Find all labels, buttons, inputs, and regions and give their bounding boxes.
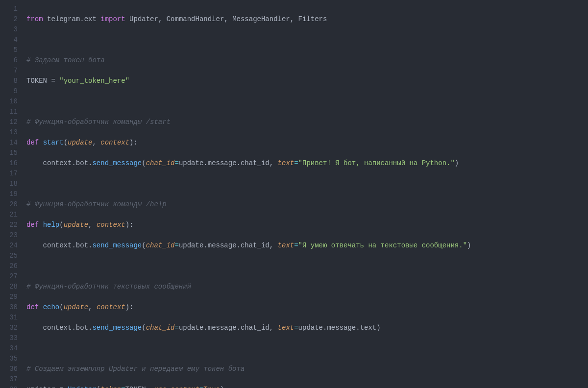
line-number: 3 bbox=[0, 24, 18, 35]
code-line[interactable]: context.bot.send_message(chat_id=update.… bbox=[26, 241, 588, 251]
line-number: 21 bbox=[0, 210, 18, 220]
line-number: 9 bbox=[0, 86, 18, 97]
line-number: 4 bbox=[0, 35, 18, 45]
param: context bbox=[100, 139, 129, 146]
line-number: 18 bbox=[0, 179, 18, 189]
line-number: 19 bbox=[0, 189, 18, 199]
constant-true: True bbox=[203, 386, 220, 388]
code-line[interactable]: # Функция-обработчик команды /help bbox=[26, 199, 588, 210]
line-number: 26 bbox=[0, 261, 18, 271]
code-line[interactable]: # Задаем токен бота bbox=[26, 55, 588, 66]
kwarg-name: use_context bbox=[154, 386, 199, 388]
line-number: 8 bbox=[0, 76, 18, 86]
variable: updater bbox=[26, 386, 55, 388]
line-number: 34 bbox=[0, 343, 18, 354]
line-number: 25 bbox=[0, 251, 18, 261]
line-number: 10 bbox=[0, 97, 18, 107]
line-number: 38 bbox=[0, 385, 18, 388]
param: context bbox=[97, 303, 125, 311]
code-line[interactable]: context.bot.send_message(chat_id=update.… bbox=[26, 323, 588, 333]
line-number: 15 bbox=[0, 148, 18, 158]
kwarg-name: text bbox=[278, 242, 294, 249]
keyword-def: def bbox=[26, 221, 39, 229]
code-line[interactable]: context.bot.send_message(chat_id=update.… bbox=[26, 158, 588, 169]
code-line[interactable] bbox=[26, 179, 588, 189]
code-editor[interactable]: 1234567891011121314151617181920212223242… bbox=[0, 4, 588, 388]
param: update bbox=[64, 303, 88, 311]
code-line[interactable] bbox=[26, 97, 588, 107]
param: update bbox=[68, 139, 92, 146]
line-number: 30 bbox=[0, 302, 18, 313]
comment: # Функция-обработчик текстовых сообщений bbox=[26, 283, 191, 291]
line-number: 32 bbox=[0, 323, 18, 333]
line-number: 31 bbox=[0, 313, 18, 323]
code-line[interactable]: def start(update, context): bbox=[26, 138, 588, 148]
code-line[interactable] bbox=[26, 261, 588, 271]
code-line[interactable]: TOKEN = "your_token_here" bbox=[26, 76, 588, 86]
keyword-from: from bbox=[26, 15, 43, 23]
function-name: help bbox=[43, 221, 60, 229]
line-number: 16 bbox=[0, 158, 18, 169]
line-number: 36 bbox=[0, 364, 18, 374]
method-call: send_message bbox=[92, 159, 142, 167]
param: update bbox=[64, 221, 88, 229]
line-number: 5 bbox=[0, 45, 18, 55]
line-number: 11 bbox=[0, 107, 18, 117]
method-call: send_message bbox=[92, 242, 142, 249]
line-number: 35 bbox=[0, 354, 18, 364]
line-number: 29 bbox=[0, 292, 18, 302]
kwarg-name: chat_id bbox=[146, 159, 175, 167]
code-line[interactable] bbox=[26, 35, 588, 45]
line-number: 17 bbox=[0, 169, 18, 179]
line-number: 37 bbox=[0, 374, 18, 385]
code-line[interactable]: def help(update, context): bbox=[26, 220, 588, 230]
string-literal: "your_token_here" bbox=[59, 77, 129, 85]
comment: # Задаем токен бота bbox=[26, 56, 105, 64]
line-number: 33 bbox=[0, 333, 18, 343]
code-line[interactable]: def echo(update, context): bbox=[26, 302, 588, 313]
param: context bbox=[97, 221, 125, 229]
kwarg-name: token bbox=[100, 386, 121, 388]
code-line[interactable] bbox=[26, 343, 588, 354]
line-number: 1 bbox=[0, 4, 18, 14]
line-number: 12 bbox=[0, 117, 18, 127]
line-number: 27 bbox=[0, 271, 18, 282]
kwarg-name: chat_id bbox=[146, 242, 175, 249]
comment: # Функция-обработчик команды /help bbox=[26, 200, 167, 208]
class-call: Updater bbox=[68, 386, 97, 388]
code-line[interactable]: # Функция-обработчик команды /start bbox=[26, 117, 588, 127]
code-content[interactable]: from telegram.ext import Updater, Comman… bbox=[26, 4, 588, 388]
comment: # Создаем экземпляр Updater и передаем е… bbox=[26, 365, 245, 373]
comment: # Функция-обработчик команды /start bbox=[26, 118, 171, 126]
line-number: 2 bbox=[0, 14, 18, 24]
line-number: 6 bbox=[0, 55, 18, 66]
code-line[interactable]: from telegram.ext import Updater, Comman… bbox=[26, 14, 588, 24]
code-line[interactable]: updater = Updater(token=TOKEN, use_conte… bbox=[26, 385, 588, 388]
string-literal: "Я умею отвечать на текстовые сообщения.… bbox=[298, 242, 467, 249]
import-names: Updater, CommandHandler, MessageHandler,… bbox=[129, 15, 327, 23]
line-number: 14 bbox=[0, 138, 18, 148]
submodule-name: ext bbox=[84, 15, 97, 23]
keyword-def: def bbox=[26, 303, 39, 311]
line-number: 20 bbox=[0, 199, 18, 210]
line-number: 22 bbox=[0, 220, 18, 230]
kwarg-name: text bbox=[278, 159, 294, 167]
line-number-gutter: 1234567891011121314151617181920212223242… bbox=[0, 4, 26, 388]
line-number: 23 bbox=[0, 230, 18, 241]
keyword-def: def bbox=[26, 139, 39, 146]
keyword-import: import bbox=[100, 15, 125, 23]
constant-name: TOKEN bbox=[26, 77, 47, 85]
function-name: echo bbox=[43, 303, 60, 311]
line-number: 24 bbox=[0, 241, 18, 251]
module-name: telegram bbox=[47, 15, 80, 23]
method-call: send_message bbox=[92, 324, 142, 332]
code-line[interactable]: # Создаем экземпляр Updater и передаем е… bbox=[26, 364, 588, 374]
code-line[interactable]: # Функция-обработчик текстовых сообщений bbox=[26, 282, 588, 292]
line-number: 7 bbox=[0, 66, 18, 76]
string-literal: "Привет! Я бот, написанный на Python." bbox=[298, 159, 455, 167]
line-number: 28 bbox=[0, 282, 18, 292]
function-name: start bbox=[43, 139, 64, 146]
kwarg-name: chat_id bbox=[146, 324, 175, 332]
kwarg-name: text bbox=[278, 324, 294, 332]
line-number: 13 bbox=[0, 127, 18, 138]
